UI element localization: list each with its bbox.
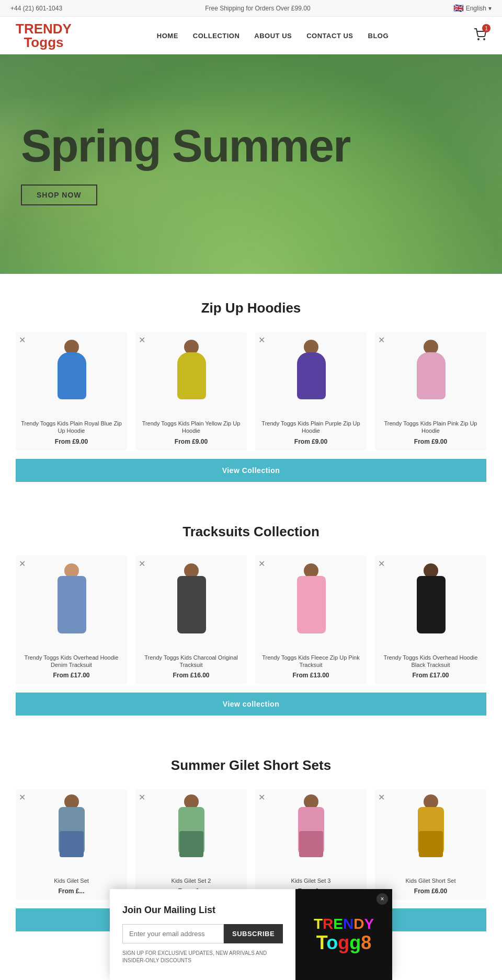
product-name: Kids Gilet Short Set xyxy=(375,873,486,885)
product-image xyxy=(135,789,247,873)
subscribe-button[interactable]: SUBSCRIBE xyxy=(224,924,283,943)
hoodies-grid: ✕ Trendy Toggs Kids Plain Royal Blue Zip… xyxy=(16,332,486,451)
product-name: Trendy Toggs Kids Overhead Hoodie Black … xyxy=(375,650,486,670)
nav-collection[interactable]: COLLECTION xyxy=(193,32,240,40)
tracksuits-grid: ✕ Trendy Toggs Kids Overhead Hoodie Deni… xyxy=(16,556,486,685)
product-price: From £17.00 xyxy=(16,670,127,684)
gilets-grid: ✕ Kids Gilet Set From £... ✕ Kids G xyxy=(16,789,486,900)
logo-line2: Toggs xyxy=(16,36,72,49)
product-image xyxy=(135,332,247,416)
popup-content: Join Our Mailing List SUBSCRIBE SIGN UP … xyxy=(110,889,295,947)
product-card: ✕ Kids Gilet Set 3 From £... xyxy=(255,789,367,900)
cart-count: 1 xyxy=(482,24,490,32)
product-card: ✕ Kids Gilet Short Set From £6.00 xyxy=(375,789,486,900)
product-card: ✕ Kids Gilet Set 2 From £... xyxy=(135,789,247,900)
product-name: Kids Gilet Set 3 xyxy=(255,873,367,885)
product-name: Trendy Toggs Kids Plain Royal Blue Zip U… xyxy=(16,416,127,436)
wishlist-button[interactable]: ✕ xyxy=(378,335,385,345)
top-bar: +44 (21) 601-1043 Free Shipping for Orde… xyxy=(0,0,502,17)
nav-contact[interactable]: CONTACT US xyxy=(306,32,353,40)
product-image xyxy=(135,556,247,650)
header: TRENDY Toggs HOME COLLECTION ABOUT US CO… xyxy=(0,17,502,54)
email-input[interactable] xyxy=(122,924,224,943)
hoodies-section: Zip Up Hoodies ✕ Trendy Toggs Kids Plain… xyxy=(0,274,502,498)
wishlist-button[interactable]: ✕ xyxy=(19,792,26,802)
tracksuits-title: Tracksuits Collection xyxy=(16,524,486,540)
product-name: Kids Gilet Set xyxy=(16,873,127,885)
product-image xyxy=(255,332,367,416)
wishlist-button[interactable]: ✕ xyxy=(19,559,26,569)
svg-point-1 xyxy=(484,39,485,40)
newsletter-popup: Join Our Mailing List SUBSCRIBE SIGN UP … xyxy=(110,889,392,947)
tracksuits-section: Tracksuits Collection ✕ Trendy Toggs Kid… xyxy=(0,498,502,732)
product-image xyxy=(255,556,367,650)
view-hoodies-button[interactable]: View Collection xyxy=(16,459,486,482)
svg-point-0 xyxy=(478,39,479,40)
wishlist-button[interactable]: ✕ xyxy=(378,559,385,569)
lang-label: English xyxy=(466,5,486,12)
hero-title: Spring Summer xyxy=(21,123,350,169)
product-card: ✕ Trendy Toggs Kids Plain Purple Zip Up … xyxy=(255,332,367,451)
wishlist-button[interactable]: ✕ xyxy=(378,792,385,802)
product-name: Trendy Toggs Kids Plain Yellow Zip Up Ho… xyxy=(135,416,247,436)
product-price: From £17.00 xyxy=(375,670,486,684)
product-price: From £13.00 xyxy=(255,670,367,684)
phone-link[interactable]: +44 (21) 601-1043 xyxy=(10,5,62,12)
hero-section: Spring Summer SHOP NOW xyxy=(0,54,502,274)
cart-icon[interactable]: 1 xyxy=(474,28,486,43)
product-name: Trendy Toggs Kids Fleece Zip Up Pink Tra… xyxy=(255,650,367,670)
nav-home[interactable]: HOME xyxy=(157,32,178,40)
product-name: Trendy Toggs Kids Overhead Hoodie Denim … xyxy=(16,650,127,670)
logo-line1: TRENDY xyxy=(16,22,72,36)
wishlist-button[interactable]: ✕ xyxy=(258,335,265,345)
logo[interactable]: TRENDY Toggs xyxy=(16,22,72,49)
view-tracksuits-button[interactable]: View collection xyxy=(16,693,486,716)
main-nav: HOME COLLECTION ABOUT US CONTACT US BLOG xyxy=(157,32,389,40)
product-card: ✕ Trendy Toggs Kids Plain Pink Zip Up Ho… xyxy=(375,332,486,451)
product-name: Trendy Toggs Kids Plain Pink Zip Up Hood… xyxy=(375,416,486,436)
product-card: ✕ Trendy Toggs Kids Charcoal Original Tr… xyxy=(135,556,247,685)
product-image xyxy=(375,789,486,873)
product-name: Kids Gilet Set 2 xyxy=(135,873,247,885)
wishlist-button[interactable]: ✕ xyxy=(19,335,26,345)
product-price: From £9.00 xyxy=(375,436,486,451)
language-selector[interactable]: 🇬🇧 English ▾ xyxy=(453,3,492,13)
product-image xyxy=(255,789,367,873)
popup-title: Join Our Mailing List xyxy=(122,905,283,916)
popup-brand-logo: TRENDY Togg8 xyxy=(314,916,374,948)
chevron-down-icon: ▾ xyxy=(488,5,492,12)
gilets-title: Summer Gilet Short Sets xyxy=(16,757,486,774)
product-card: ✕ Trendy Toggs Kids Plain Royal Blue Zip… xyxy=(16,332,127,451)
wishlist-button[interactable]: ✕ xyxy=(139,559,145,569)
product-name: Trendy Toggs Kids Plain Purple Zip Up Ho… xyxy=(255,416,367,436)
nav-blog[interactable]: BLOG xyxy=(368,32,389,40)
product-card: ✕ Trendy Toggs Kids Overhead Hoodie Deni… xyxy=(16,556,127,685)
wishlist-button[interactable]: ✕ xyxy=(258,559,265,569)
flag-icon: 🇬🇧 xyxy=(453,3,464,13)
product-card: ✕ Trendy Toggs Kids Overhead Hoodie Blac… xyxy=(375,556,486,685)
product-image xyxy=(375,332,486,416)
popup-logo-panel: × TRENDY Togg8 xyxy=(295,889,392,947)
shipping-info: Free Shipping for Orders Over £99.00 xyxy=(205,5,310,12)
product-image xyxy=(16,789,127,873)
wishlist-button[interactable]: ✕ xyxy=(139,792,145,802)
product-image xyxy=(16,332,127,416)
product-price: From £16.00 xyxy=(135,670,247,684)
popup-close-button[interactable]: × xyxy=(376,893,388,905)
product-price: From £9.00 xyxy=(16,436,127,451)
product-image xyxy=(375,556,486,650)
product-price: From £9.00 xyxy=(255,436,367,451)
nav-about[interactable]: ABOUT US xyxy=(254,32,292,40)
popup-form: SUBSCRIBE xyxy=(122,924,283,943)
hoodies-title: Zip Up Hoodies xyxy=(16,300,486,316)
product-image xyxy=(16,556,127,650)
wishlist-button[interactable]: ✕ xyxy=(258,792,265,802)
product-card: ✕ Trendy Toggs Kids Plain Yellow Zip Up … xyxy=(135,332,247,451)
product-price: From £9.00 xyxy=(135,436,247,451)
product-card: ✕ Kids Gilet Set From £... xyxy=(16,789,127,900)
product-card: ✕ Trendy Toggs Kids Fleece Zip Up Pink T… xyxy=(255,556,367,685)
wishlist-button[interactable]: ✕ xyxy=(139,335,145,345)
hero-cta-button[interactable]: SHOP NOW xyxy=(21,185,97,205)
product-name: Trendy Toggs Kids Charcoal Original Trac… xyxy=(135,650,247,670)
